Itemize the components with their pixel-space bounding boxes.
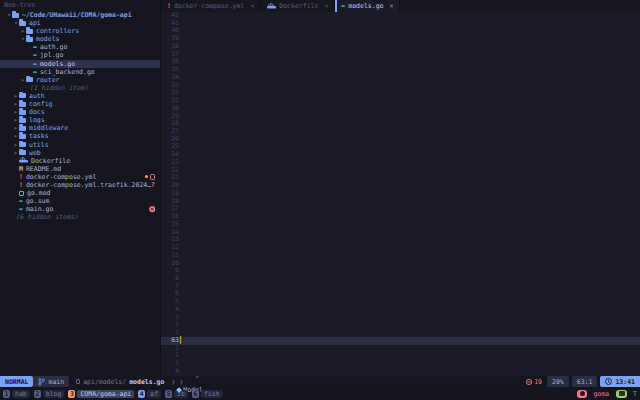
tree-item-label: api xyxy=(29,19,41,27)
code-line[interactable]: 28 xyxy=(161,120,640,128)
code-line[interactable]: 31 xyxy=(161,97,640,105)
go-file-icon: = xyxy=(33,51,37,59)
tree-item-api[interactable]: ▾api xyxy=(0,19,160,27)
code-line[interactable]: 33 xyxy=(161,82,640,90)
host-pill xyxy=(577,390,587,398)
code-line[interactable]: 42 xyxy=(161,12,640,20)
sign-column xyxy=(179,120,185,128)
code-line[interactable]: 35 xyxy=(161,66,640,74)
code-line[interactable]: 41 xyxy=(161,20,640,28)
tree-item-router[interactable]: ▸router xyxy=(0,76,160,84)
code-line[interactable]: 19 xyxy=(161,190,640,198)
code-line[interactable]: 12 xyxy=(161,244,640,252)
tree-item--1-hidden-item-[interactable]: (1 hidden item) xyxy=(0,84,160,92)
tab-close-icon[interactable]: × xyxy=(250,2,254,10)
code-line[interactable]: 39 xyxy=(161,35,640,43)
tree-item-docker-compose-yml[interactable]: !docker-compose.yml xyxy=(0,173,160,181)
tmux-window-2[interactable]: 2blog xyxy=(34,390,65,398)
code-line[interactable]: 13 xyxy=(161,236,640,244)
code-line[interactable]: 2 xyxy=(161,321,640,329)
tab-close-icon[interactable]: × xyxy=(324,2,328,10)
tmux-windows: 1hab2blog3COMA/goma-api4af5zb6fish xyxy=(3,390,223,398)
tree-item-web[interactable]: ▸web xyxy=(0,149,160,157)
tree-item-auth[interactable]: ▸auth xyxy=(0,92,160,100)
tree-item-utils[interactable]: ▸utils xyxy=(0,141,160,149)
tree-item-controllers[interactable]: ▸controllers xyxy=(0,27,160,35)
code-line[interactable]: 8 xyxy=(161,275,640,283)
code-line[interactable]: 36 xyxy=(161,58,640,66)
code-line[interactable]: 16 xyxy=(161,213,640,221)
go-file-icon: = xyxy=(33,60,37,68)
code-line[interactable]: 2 xyxy=(161,352,640,360)
tree-item-go-sum[interactable]: =go.sum xyxy=(0,197,160,205)
tree-item-docs[interactable]: ▸docs xyxy=(0,108,160,116)
code-line[interactable]: 29 xyxy=(161,113,640,121)
tree-item-models-go[interactable]: =models.go xyxy=(0,60,160,68)
code-line[interactable]: 32 xyxy=(161,89,640,97)
tree-item-models[interactable]: ▾models xyxy=(0,35,160,43)
code-line[interactable]: 37 xyxy=(161,51,640,59)
tree-item-label: Dockerfile xyxy=(31,157,70,165)
code-line[interactable]: 17 xyxy=(161,205,640,213)
code-line[interactable]: 9 xyxy=(161,267,640,275)
code-line[interactable]: 40 xyxy=(161,27,640,35)
code-line[interactable]: 22 xyxy=(161,167,640,175)
tree-item-go-mod[interactable]: go.mod xyxy=(0,189,160,197)
tree-item-middleware[interactable]: ▸middleware xyxy=(0,124,160,132)
tree-item-dockerfile[interactable]: Dockerfile xyxy=(0,157,160,165)
sign-column xyxy=(179,260,185,268)
code-line[interactable]: 7 xyxy=(161,283,640,291)
code-line[interactable]: 27 xyxy=(161,128,640,136)
tree-item-label: main.go xyxy=(26,205,53,213)
code-line[interactable]: 11 xyxy=(161,252,640,260)
tab-dockerfile[interactable]: Dockerfile× xyxy=(261,0,335,12)
code-line[interactable]: 5 xyxy=(161,298,640,306)
tree-item-jpl-go[interactable]: =jpl.go xyxy=(0,51,160,59)
code-line[interactable]: 1 xyxy=(161,329,640,337)
code-line[interactable]: 38 xyxy=(161,43,640,51)
code-line[interactable]: 63▎ xyxy=(161,337,640,345)
code-line[interactable]: 6 xyxy=(161,290,640,298)
code-line[interactable]: 25 xyxy=(161,143,640,151)
tmux-window-6[interactable]: 6fish xyxy=(192,390,223,398)
code-line[interactable]: 24 xyxy=(161,151,640,159)
tree-item-sci-backend-go[interactable]: =sci_backend.go xyxy=(0,68,160,76)
yaml-warning-icon: ! xyxy=(19,173,23,181)
code-line[interactable]: 34 xyxy=(161,74,640,82)
sign-column xyxy=(179,128,185,136)
diagnostics-errors: 19 xyxy=(521,376,547,387)
tree-item-logs[interactable]: ▸logs xyxy=(0,116,160,124)
code-line[interactable]: 21 xyxy=(161,174,640,182)
code-line[interactable]: 18 xyxy=(161,198,640,206)
code-line[interactable]: 15 xyxy=(161,221,640,229)
code-line[interactable]: 26 xyxy=(161,136,640,144)
code-line[interactable]: 20 xyxy=(161,182,640,190)
tab-close-icon[interactable]: × xyxy=(390,2,394,10)
tree-item-readme-md[interactable]: MREADME.md xyxy=(0,165,160,173)
tmux-window-4[interactable]: 4af xyxy=(138,390,161,398)
code-editor[interactable]: 4241403938373635343332313029282726252423… xyxy=(161,12,640,376)
code-line[interactable]: 3 xyxy=(161,314,640,322)
folder-icon xyxy=(26,77,33,82)
tab-models-go[interactable]: =models.go× xyxy=(335,0,400,12)
tree-item-config[interactable]: ▸config xyxy=(0,100,160,108)
code-line[interactable]: 3 xyxy=(161,360,640,368)
tree-item-label: docs xyxy=(29,108,45,116)
code-line[interactable]: 10 xyxy=(161,260,640,268)
tmux-window-1[interactable]: 1hab xyxy=(3,390,30,398)
tree-item--code-uhawaii-coma-goma-api[interactable]: ▾~/Code/UHawaii/COMA/goma-api xyxy=(0,11,160,19)
code-line[interactable]: 14 xyxy=(161,229,640,237)
code-line[interactable]: 30 xyxy=(161,105,640,113)
tmux-window-3[interactable]: 3COMA/goma-api xyxy=(68,390,134,398)
tree-item-main-go[interactable]: =main.go xyxy=(0,205,160,213)
code-line[interactable]: 1 xyxy=(161,345,640,353)
tree-item--6-hidden-items-[interactable]: (6 hidden items) xyxy=(0,213,160,221)
code-line[interactable]: 23 xyxy=(161,159,640,167)
tree-item-docker-compose-yml-traefik-2024-[interactable]: !docker-compose.yml.traefik.2024…? xyxy=(0,181,160,189)
tree-item-auth-go[interactable]: =auth.go xyxy=(0,43,160,51)
tree-item-tasks[interactable]: ▸tasks xyxy=(0,132,160,140)
tab-docker-compose-yml[interactable]: !docker-compose.yml× xyxy=(161,0,261,12)
code-line[interactable]: 4 xyxy=(161,368,640,376)
code-line[interactable]: 4 xyxy=(161,306,640,314)
tree-item-label: tasks xyxy=(29,132,49,140)
